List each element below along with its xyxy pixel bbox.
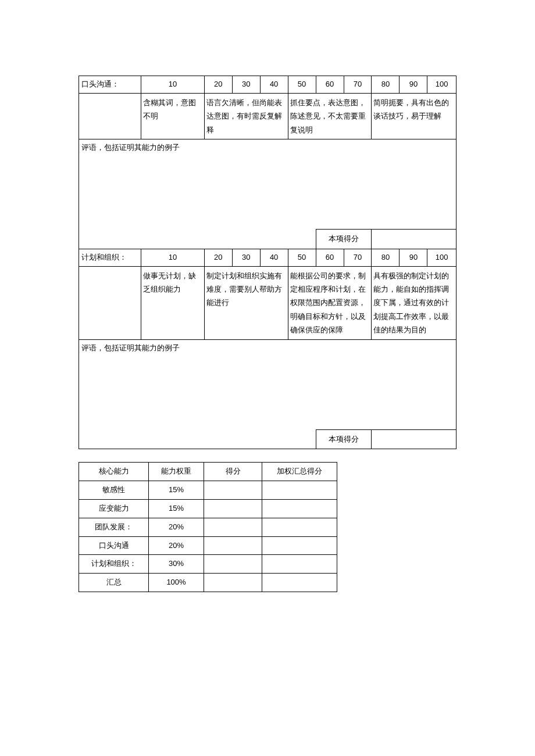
score-header: 50 [288,76,316,94]
desc-cell: 语言欠清晰，但尚能表达意图，有时需反复解释 [204,93,288,139]
summary-weighted[interactable] [262,574,337,592]
score-header: 40 [260,249,288,266]
comment-label: 评语，包括证明其能力的例子 [79,139,456,229]
table-row: 计划和组织： 30% [79,555,337,574]
score-header: 10 [141,76,205,94]
comment-bottom [79,229,316,249]
desc-cell: 抓住要点，表达意图，陈述意见，不太需要重复说明 [288,93,372,139]
section-2-table: 计划和组织： 10 20 30 40 50 60 70 80 90 100 做事… [79,249,456,450]
blank-cell [79,266,141,339]
table-row: 口头沟通 20% [79,536,337,555]
score-header: 60 [316,76,344,94]
desc-cell: 制定计划和组织实施有难度，需要别人帮助方能进行 [204,266,288,339]
summary-weight: 20% [149,536,204,555]
summary-header: 加权汇总得分 [262,463,337,481]
summary-table: 核心能力 能力权重 得分 加权汇总得分 敏感性 15% 应变能力 15% 团队发… [79,462,337,592]
section-score-value[interactable] [372,229,456,249]
section-1-table: 口头沟通： 10 20 30 40 50 60 70 80 90 100 含糊其… [79,76,456,249]
summary-name: 敏感性 [79,481,149,500]
summary-weight: 30% [149,555,204,574]
score-header: 40 [260,76,288,94]
section-score-label: 本项得分 [316,429,372,449]
comment-bottom [79,429,316,449]
summary-name: 应变能力 [79,499,149,518]
score-header: 100 [427,249,456,266]
desc-cell: 具有极强的制定计划的能力，能自如的指挥调度下属，通过有效的计划提高工作效率，以最… [372,266,456,339]
comment-label: 评语，包括证明其能力的例子 [79,339,456,429]
summary-weighted[interactable] [262,499,337,518]
table-row: 应变能力 15% [79,499,337,518]
score-header: 30 [232,249,260,266]
summary-weighted[interactable] [262,536,337,555]
score-header: 100 [427,76,456,94]
section-1-label: 口头沟通： [79,76,141,94]
summary-header: 能力权重 [149,463,204,481]
summary-weighted[interactable] [262,481,337,500]
score-header: 60 [316,249,344,266]
summary-weight: 100% [149,574,204,592]
summary-name: 团队发展： [79,518,149,536]
summary-name: 口头沟通 [79,536,149,555]
desc-cell: 做事无计划，缺乏组织能力 [141,266,205,339]
summary-score[interactable] [204,536,262,555]
summary-weight: 20% [149,518,204,536]
summary-score[interactable] [204,518,262,536]
summary-weighted[interactable] [262,518,337,536]
summary-name: 计划和组织： [79,555,149,574]
desc-cell: 含糊其词，意图不明 [141,93,205,139]
blank-cell [79,93,141,139]
score-header: 80 [372,249,400,266]
table-row: 敏感性 15% [79,481,337,500]
section-score-label: 本项得分 [316,229,372,249]
table-row: 团队发展： 20% [79,518,337,536]
summary-name: 汇总 [79,574,149,592]
score-header: 50 [288,249,316,266]
summary-score[interactable] [204,574,262,592]
desc-cell: 简明扼要，具有出色的谈话技巧，易于理解 [372,93,456,139]
score-header: 20 [204,76,232,94]
summary-score[interactable] [204,481,262,500]
score-header: 20 [204,249,232,266]
score-header: 70 [344,249,372,266]
score-header: 30 [232,76,260,94]
desc-cell: 能根据公司的要求，制定相应程序和计划，在权限范围内配置资源，明确目标和方针，以及… [288,266,372,339]
summary-weight: 15% [149,481,204,500]
score-header: 10 [141,249,205,266]
score-header: 80 [372,76,400,94]
summary-weight: 15% [149,499,204,518]
summary-score[interactable] [204,499,262,518]
score-header: 70 [344,76,372,94]
score-header: 90 [400,76,427,94]
section-2-label: 计划和组织： [79,249,141,266]
summary-weighted[interactable] [262,555,337,574]
summary-score[interactable] [204,555,262,574]
section-score-value[interactable] [372,429,456,449]
table-row: 汇总 100% [79,574,337,592]
summary-header: 得分 [204,463,262,481]
summary-header: 核心能力 [79,463,149,481]
score-header: 90 [400,249,427,266]
